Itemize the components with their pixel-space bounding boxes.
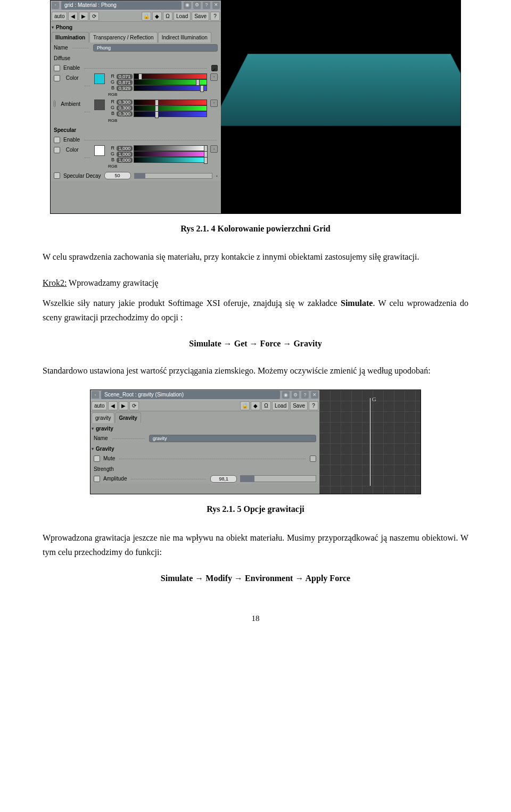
ambient-r-slider[interactable] bbox=[134, 100, 207, 105]
menu-path-2: Simulate → Modify → Environment → Apply … bbox=[43, 571, 468, 585]
lock-icon[interactable]: 🔒 bbox=[240, 401, 250, 410]
spec-r-slider[interactable] bbox=[134, 145, 207, 151]
paragraph-3: Standardowo ustawiona jest wartość przyc… bbox=[43, 363, 468, 378]
nav-prev-button[interactable]: ◀ bbox=[68, 12, 78, 21]
mute-label: Mute bbox=[103, 454, 115, 463]
panel-title: grid : Material : Phong bbox=[61, 1, 182, 10]
gear-icon[interactable]: ⚙ bbox=[292, 391, 299, 399]
close-icon[interactable]: ✕ bbox=[311, 391, 318, 399]
gravity-section-2[interactable]: Gravity bbox=[90, 443, 319, 453]
panel-titlebar: ◦ grid : Material : Phong ◉ ⚙ ? ✕ bbox=[51, 1, 221, 10]
spec-r-value[interactable]: 1,000 bbox=[117, 146, 133, 151]
spec-decay-plug-icon[interactable]: ◦ bbox=[216, 171, 218, 180]
ambient-checkbox[interactable] bbox=[54, 101, 55, 107]
tab-gravity-lower[interactable]: gravity bbox=[92, 412, 114, 423]
diffuse-color-row: Color R0,071 G0,871 B0,929 RGB ◦ bbox=[51, 73, 221, 99]
specular-header: Specular bbox=[51, 125, 221, 135]
gravity-tabs: gravity Gravity bbox=[92, 412, 318, 423]
amplitude-label: Amplitude bbox=[103, 474, 127, 483]
diffuse-plug-icon[interactable]: ◦ bbox=[210, 73, 218, 81]
history-button[interactable]: ⟳ bbox=[129, 401, 139, 410]
enable-checkbox[interactable] bbox=[54, 65, 60, 71]
krok2-rest: Wprowadzamy grawitację bbox=[67, 278, 158, 287]
gravity-title: Scene_Root : gravity (Simulation) bbox=[101, 391, 280, 399]
enable-toggle[interactable]: ✓ bbox=[211, 65, 218, 71]
ambient-color-swatch[interactable] bbox=[94, 100, 105, 110]
ambient-g-slider[interactable] bbox=[134, 105, 207, 111]
spec-decay-label: Specular Decay bbox=[63, 171, 101, 180]
spec-decay-value[interactable]: 50 bbox=[104, 172, 131, 179]
ambient-b-slider[interactable] bbox=[134, 111, 207, 117]
spec-color-checkbox[interactable] bbox=[54, 147, 60, 153]
shader-tabs: Illumination Transparency / Reflection I… bbox=[52, 32, 220, 43]
tab-gravity-upper[interactable]: Gravity bbox=[115, 412, 141, 423]
ambient-g-value[interactable]: 0,300 bbox=[117, 105, 133, 111]
color-checkbox[interactable] bbox=[54, 75, 60, 81]
name-field[interactable]: Phong bbox=[93, 44, 218, 52]
gravity-panel: ◦ Scene_Root : gravity (Simulation) ◉ ⚙ … bbox=[90, 390, 319, 494]
history-button[interactable]: ⟳ bbox=[89, 12, 99, 21]
spec-g-slider[interactable] bbox=[134, 151, 207, 157]
tab-illumination[interactable]: Illumination bbox=[52, 32, 89, 43]
lock-icon[interactable]: 🔒 bbox=[142, 12, 151, 21]
spec-b-slider[interactable] bbox=[134, 157, 207, 163]
specular-plug-icon[interactable]: ◦ bbox=[210, 145, 218, 153]
nav-next-button[interactable]: ▶ bbox=[79, 12, 88, 21]
spec-g-value[interactable]: 1,000 bbox=[117, 152, 133, 157]
anim-icon[interactable]: Ω bbox=[261, 401, 271, 410]
spec-decay-checkbox[interactable] bbox=[54, 172, 60, 179]
specular-color-swatch[interactable] bbox=[94, 145, 105, 156]
viewport-3d bbox=[221, 1, 460, 213]
gravity-gizmo-line bbox=[370, 398, 370, 486]
figure-2-caption: Rys 2.1. 5 Opcje grawitacji bbox=[43, 502, 468, 516]
diffuse-r-slider[interactable] bbox=[134, 73, 207, 79]
help-icon[interactable]: ? bbox=[301, 391, 309, 399]
spec-b-value[interactable]: 1,000 bbox=[117, 158, 133, 163]
key-icon[interactable]: ◆ bbox=[152, 12, 162, 21]
help-icon[interactable]: ? bbox=[203, 2, 210, 9]
tab-indirect[interactable]: Indirect Illumination bbox=[158, 32, 211, 43]
gravity-gizmo-label: G bbox=[372, 394, 376, 404]
diffuse-g-value[interactable]: 0,871 bbox=[117, 80, 133, 85]
gravity-name-field[interactable]: gravity bbox=[149, 435, 316, 442]
pin-icon[interactable]: ◦ bbox=[92, 391, 99, 399]
load-button[interactable]: Load bbox=[272, 401, 289, 410]
gear-icon[interactable]: ⚙ bbox=[193, 2, 201, 9]
ambient-r-value[interactable]: 0,300 bbox=[117, 100, 133, 105]
spec-decay-slider[interactable] bbox=[134, 173, 213, 179]
amplitude-row: Amplitude 98,1 bbox=[90, 474, 319, 484]
diffuse-b-slider[interactable] bbox=[134, 85, 207, 91]
mute-checkbox[interactable] bbox=[94, 455, 100, 462]
gravity-section-1[interactable]: gravity bbox=[90, 423, 319, 433]
nav-next-button[interactable]: ▶ bbox=[119, 401, 128, 410]
key-icon[interactable]: ◆ bbox=[251, 401, 260, 410]
amplitude-slider[interactable] bbox=[240, 475, 316, 482]
pin-icon[interactable]: ◦ bbox=[52, 2, 59, 9]
nav-prev-button[interactable]: ◀ bbox=[108, 401, 118, 410]
amplitude-value[interactable]: 98,1 bbox=[210, 475, 237, 483]
load-button[interactable]: Load bbox=[174, 12, 191, 21]
ambient-b-value[interactable]: 0,300 bbox=[117, 111, 133, 117]
anim-icon[interactable]: Ω bbox=[163, 12, 172, 21]
mute-toggle[interactable] bbox=[310, 455, 316, 462]
save-button[interactable]: Save bbox=[192, 12, 209, 21]
rgb-label-2: RGB bbox=[108, 117, 207, 125]
toolbar-help-button[interactable]: ? bbox=[309, 401, 318, 410]
paragraph-2: Wszelkie siły natury jakie produkt Softi… bbox=[43, 296, 468, 325]
save-button[interactable]: Save bbox=[290, 401, 308, 410]
close-icon[interactable]: ✕ bbox=[212, 2, 220, 9]
auto-button[interactable]: auto bbox=[52, 12, 67, 21]
tab-transparency[interactable]: Transparency / Reflection bbox=[89, 32, 158, 43]
auto-button[interactable]: auto bbox=[92, 401, 107, 410]
spec-enable-checkbox[interactable] bbox=[54, 137, 60, 143]
diffuse-r-value[interactable]: 0,071 bbox=[117, 74, 133, 79]
eye-icon[interactable]: ◉ bbox=[282, 391, 290, 399]
diffuse-color-swatch[interactable] bbox=[94, 73, 105, 84]
toolbar-help-button[interactable]: ? bbox=[210, 12, 220, 21]
ambient-plug-icon[interactable]: ◦ bbox=[210, 100, 218, 107]
diffuse-b-value[interactable]: 0,929 bbox=[117, 86, 133, 91]
phong-section-header[interactable]: Phong bbox=[51, 22, 221, 32]
diffuse-g-slider[interactable] bbox=[134, 79, 207, 85]
amplitude-checkbox[interactable] bbox=[94, 476, 100, 482]
eye-icon[interactable]: ◉ bbox=[184, 2, 191, 9]
